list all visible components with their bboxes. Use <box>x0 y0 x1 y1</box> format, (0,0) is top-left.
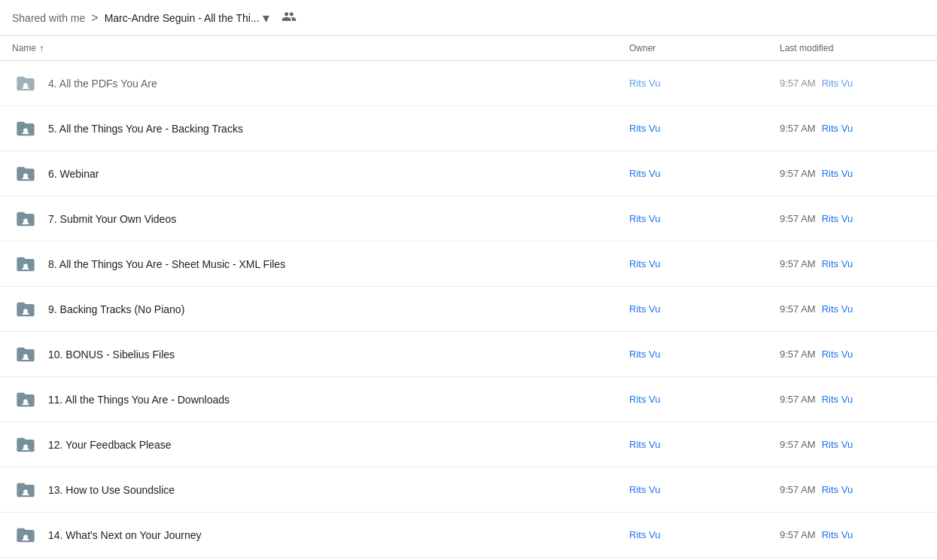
row-owner[interactable]: Rits Vu <box>629 394 780 405</box>
row-modified: 9:57 AM Rits Vu <box>780 303 925 315</box>
breadcrumb: Shared with me > Marc-Andre Seguin - All… <box>12 9 297 26</box>
table-row[interactable]: 13. How to Use Soundslice Rits Vu 9:57 A… <box>0 467 937 513</box>
sort-ascending-icon: ↑ <box>39 42 44 54</box>
row-file-name: 13. How to Use Soundslice <box>48 484 175 496</box>
row-name-cell: 8. All the Things You Are - Sheet Music … <box>12 251 629 278</box>
shared-folder-icon <box>12 386 39 413</box>
row-modified-time: 9:57 AM <box>780 78 816 89</box>
row-modified-by[interactable]: Rits Vu <box>822 439 853 450</box>
table-row[interactable]: 14. What's Next on Your Journey Rits Vu … <box>0 513 937 558</box>
current-folder-label: Marc-Andre Seguin - All the Thi... <box>105 12 260 24</box>
row-modified: 9:57 AM Rits Vu <box>780 258 925 269</box>
table-row[interactable]: 10. BONUS - Sibelius Files Rits Vu 9:57 … <box>0 332 937 377</box>
row-modified-by[interactable]: Rits Vu <box>822 303 853 315</box>
row-owner[interactable]: Rits Vu <box>629 529 780 540</box>
row-modified-by[interactable]: Rits Vu <box>822 168 853 179</box>
table-row[interactable]: 9. Backing Tracks (No Piano) Rits Vu 9:5… <box>0 287 937 332</box>
row-modified-time: 9:57 AM <box>780 213 816 224</box>
row-name-cell: 4. All the PDFs You Are <box>12 70 629 97</box>
row-modified-time: 9:57 AM <box>780 348 816 360</box>
row-file-name: 6. Webinar <box>48 168 99 180</box>
row-modified: 9:57 AM Rits Vu <box>780 529 925 540</box>
row-modified-by[interactable]: Rits Vu <box>822 213 853 224</box>
row-modified-time: 9:57 AM <box>780 303 816 315</box>
row-name-cell: 13. How to Use Soundslice <box>12 476 629 504</box>
row-modified-by[interactable]: Rits Vu <box>822 484 853 495</box>
row-modified: 9:57 AM Rits Vu <box>780 348 925 360</box>
column-last-modified: Last modified <box>780 43 925 53</box>
folder-dropdown-arrow[interactable]: ▾ <box>263 10 269 26</box>
row-owner[interactable]: Rits Vu <box>629 484 780 495</box>
table-row[interactable]: 6. Webinar Rits Vu 9:57 AM Rits Vu <box>0 151 937 196</box>
row-modified-time: 9:57 AM <box>780 529 816 540</box>
breadcrumb-separator: > <box>91 11 98 25</box>
shared-folder-icon <box>12 70 39 97</box>
row-modified-by[interactable]: Rits Vu <box>822 394 853 405</box>
table-row[interactable]: 7. Submit Your Own Videos Rits Vu 9:57 A… <box>0 196 937 242</box>
row-modified-time: 9:57 AM <box>780 123 816 134</box>
row-name-cell: 11. All the Things You Are - Downloads <box>12 386 629 413</box>
shared-folder-icon <box>12 205 39 233</box>
row-name-cell: 14. What's Next on Your Journey <box>12 522 629 549</box>
row-file-name: 5. All the Things You Are - Backing Trac… <box>48 123 243 135</box>
table-row[interactable]: 11. All the Things You Are - Downloads R… <box>0 377 937 422</box>
column-name-label: Name <box>12 43 36 53</box>
row-name-cell: 10. BONUS - Sibelius Files <box>12 341 629 368</box>
row-modified-by[interactable]: Rits Vu <box>822 123 853 134</box>
row-file-name: 8. All the Things You Are - Sheet Music … <box>48 258 285 270</box>
row-modified-by[interactable]: Rits Vu <box>822 78 853 89</box>
shared-folder-icon <box>12 115 39 142</box>
shared-folder-icon <box>12 431 39 458</box>
table-row[interactable]: 4. All the PDFs You Are Rits Vu 9:57 AM … <box>0 61 937 106</box>
row-owner[interactable]: Rits Vu <box>629 439 780 450</box>
row-file-name: 7. Submit Your Own Videos <box>48 213 176 225</box>
row-file-name: 4. All the PDFs You Are <box>48 78 157 90</box>
row-modified-by[interactable]: Rits Vu <box>822 529 853 540</box>
row-modified: 9:57 AM Rits Vu <box>780 78 925 89</box>
shared-folder-icon <box>12 160 39 187</box>
shared-folder-icon <box>12 341 39 368</box>
people-icon[interactable] <box>281 9 297 26</box>
row-file-name: 12. Your Feedback Please <box>48 439 171 451</box>
table-row[interactable]: 5. All the Things You Are - Backing Trac… <box>0 106 937 151</box>
header: Shared with me > Marc-Andre Seguin - All… <box>0 0 937 36</box>
row-name-cell: 6. Webinar <box>12 160 629 187</box>
shared-folder-icon <box>12 522 39 549</box>
row-modified-time: 9:57 AM <box>780 484 816 495</box>
breadcrumb-shared-link[interactable]: Shared with me <box>12 12 85 24</box>
row-owner[interactable]: Rits Vu <box>629 168 780 179</box>
row-name-cell: 12. Your Feedback Please <box>12 431 629 458</box>
row-modified-by[interactable]: Rits Vu <box>822 348 853 360</box>
column-name[interactable]: Name ↑ <box>12 42 629 54</box>
row-file-name: 9. Backing Tracks (No Piano) <box>48 303 184 315</box>
shared-folder-icon <box>12 476 39 504</box>
row-name-cell: 9. Backing Tracks (No Piano) <box>12 296 629 323</box>
row-modified: 9:57 AM Rits Vu <box>780 168 925 179</box>
row-owner[interactable]: Rits Vu <box>629 123 780 134</box>
column-owner: Owner <box>629 43 780 53</box>
shared-folder-icon <box>12 251 39 278</box>
row-modified-time: 9:57 AM <box>780 258 816 269</box>
row-owner[interactable]: Rits Vu <box>629 258 780 269</box>
row-modified: 9:57 AM Rits Vu <box>780 394 925 405</box>
row-modified: 9:57 AM Rits Vu <box>780 213 925 224</box>
row-modified-time: 9:57 AM <box>780 168 816 179</box>
row-owner[interactable]: Rits Vu <box>629 78 780 89</box>
row-modified: 9:57 AM Rits Vu <box>780 439 925 450</box>
table-header: Name ↑ Owner Last modified <box>0 36 937 61</box>
row-name-cell: 7. Submit Your Own Videos <box>12 205 629 233</box>
row-file-name: 11. All the Things You Are - Downloads <box>48 394 230 406</box>
row-file-name: 14. What's Next on Your Journey <box>48 529 201 541</box>
file-list: 4. All the PDFs You Are Rits Vu 9:57 AM … <box>0 61 937 558</box>
row-owner[interactable]: Rits Vu <box>629 213 780 224</box>
table-row[interactable]: 12. Your Feedback Please Rits Vu 9:57 AM… <box>0 422 937 467</box>
row-modified-time: 9:57 AM <box>780 394 816 405</box>
row-owner[interactable]: Rits Vu <box>629 348 780 360</box>
row-modified: 9:57 AM Rits Vu <box>780 123 925 134</box>
row-modified-by[interactable]: Rits Vu <box>822 258 853 269</box>
table-row[interactable]: 8. All the Things You Are - Sheet Music … <box>0 242 937 287</box>
row-modified: 9:57 AM Rits Vu <box>780 484 925 495</box>
row-modified-time: 9:57 AM <box>780 439 816 450</box>
row-owner[interactable]: Rits Vu <box>629 303 780 315</box>
breadcrumb-current-folder: Marc-Andre Seguin - All the Thi... ▾ <box>105 10 269 26</box>
